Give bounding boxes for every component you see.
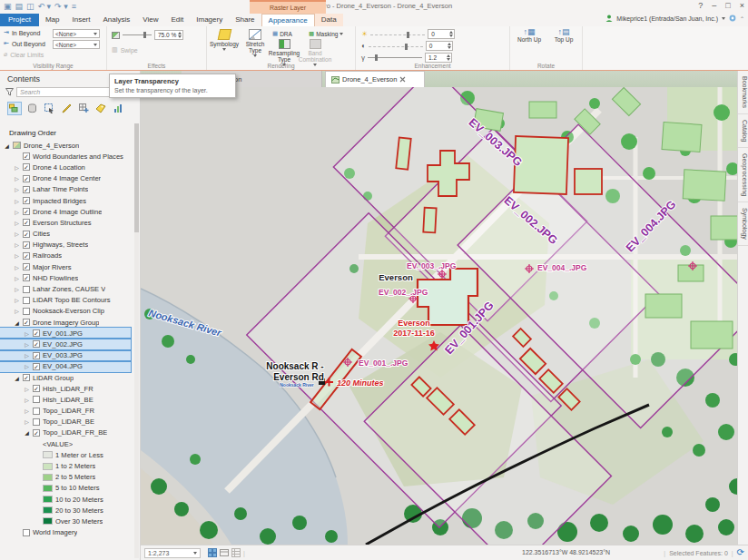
tab-data[interactable]: Data <box>315 14 343 26</box>
out-beyond-combo[interactable]: <None> <box>53 40 100 49</box>
layer-checkbox[interactable]: ✓ <box>23 219 30 226</box>
layer-checkbox[interactable]: ✓ <box>23 175 30 182</box>
north-up-button[interactable]: ↑▦ North Up <box>514 27 545 43</box>
layer-item-10-to-20-meters[interactable]: 10 to 20 Meters <box>0 494 131 505</box>
layer-item-value[interactable]: <VALUE> <box>0 438 131 449</box>
layer-item-ev-003-jpg[interactable]: ▷✓EV_003.JPG <box>0 350 131 361</box>
layer-checkbox[interactable]: ✓ <box>23 186 30 193</box>
layer-checkbox[interactable]: ✓ <box>23 241 30 249</box>
dock-tab-catalog[interactable]: Catalog <box>738 114 748 148</box>
expander-icon[interactable]: ▷ <box>24 330 30 337</box>
layer-item-drone-4-location[interactable]: ▷✓Drone 4 Location <box>0 162 131 172</box>
layer-checkbox[interactable]: ✓ <box>33 352 40 359</box>
gamma-slider[interactable] <box>368 57 422 58</box>
layer-item-drone-4-image-outline[interactable]: ▷✓Drone 4 Image Outline <box>0 206 131 217</box>
layer-item-cities[interactable]: ▷✓Cities <box>0 229 131 240</box>
close-tab-icon[interactable] <box>399 76 406 83</box>
expander-icon[interactable]: ▷ <box>14 252 20 259</box>
layer-item-world-imagery[interactable]: World Imagery <box>0 527 131 538</box>
layer-item-lidar-topo-be-contours[interactable]: ▷LiDAR Topo BE Contours <box>0 295 131 306</box>
layer-checkbox[interactable]: ✓ <box>23 374 30 381</box>
layer-checkbox[interactable]: ✓ <box>23 274 30 281</box>
tab-appearance[interactable]: Appearance <box>261 14 315 26</box>
list-by-labeling-button[interactable] <box>94 102 108 115</box>
list-by-selection-button[interactable] <box>42 102 56 115</box>
list-charts-button[interactable] <box>111 102 125 115</box>
layer-checkbox[interactable] <box>33 418 40 426</box>
expander-icon[interactable]: ▷ <box>24 418 30 425</box>
expander-icon[interactable]: ▷ <box>24 352 30 359</box>
layer-item-1-meter-or-less[interactable]: 1 Meter or Less <box>0 449 131 460</box>
layer-checkbox[interactable] <box>33 408 40 415</box>
contrast-slider[interactable] <box>369 45 423 47</box>
layer-checkbox[interactable]: ✓ <box>33 329 40 337</box>
layer-checkbox[interactable] <box>23 308 30 315</box>
layer-checkbox[interactable]: ✓ <box>23 252 30 260</box>
tab-map[interactable]: Map <box>39 14 66 26</box>
contents-scrollbar[interactable] <box>134 123 139 558</box>
expander-icon[interactable]: ▷ <box>14 308 20 314</box>
layer-item-ev-004-jpg[interactable]: ▷✓EV_004.JPG <box>0 361 131 372</box>
close-button[interactable]: × <box>740 1 744 10</box>
dock-tab-bookmarks[interactable]: Bookmarks <box>738 71 748 114</box>
maximize-button[interactable]: □ <box>725 1 730 10</box>
tab-analysis[interactable]: Analysis <box>96 14 136 26</box>
dock-tab-symbology[interactable]: Symbology <box>738 202 748 246</box>
user-area[interactable]: Mikeprice1 (Entrada/San Juan, Inc.) ⌃ <box>605 15 744 22</box>
swipe-button[interactable]: Swipe <box>121 47 138 54</box>
layer-item-5-to-10-meters[interactable]: 5 to 10 Meters <box>0 483 131 494</box>
expander-icon[interactable]: ▷ <box>14 297 20 303</box>
layer-item-nooksack-everson-clip[interactable]: ▷Nooksack-Everson Clip <box>0 306 131 317</box>
layer-checkbox[interactable]: ✓ <box>33 385 40 392</box>
stretch-type-button[interactable]: Stretch Type <box>240 27 271 57</box>
layer-item-1-to-2-meters[interactable]: 1 to 2 Meters <box>0 460 131 471</box>
minimize-button[interactable]: – <box>712 1 716 10</box>
layer-item-drone-4-image-center[interactable]: ▷✓Drone 4 Image Center <box>0 173 131 184</box>
gamma-value[interactable]: 1.2 <box>425 53 452 63</box>
expander-icon[interactable]: ▷ <box>14 220 20 226</box>
layer-item-topo-lidar-fr[interactable]: ▷Topo_LiDAR_FR <box>0 406 131 417</box>
expander-icon[interactable]: ▷ <box>24 397 30 403</box>
transparency-value[interactable]: 75.0 % <box>154 30 183 40</box>
table-view-icon[interactable] <box>231 548 241 557</box>
layer-checkbox[interactable]: ✓ <box>23 197 30 204</box>
transparency-slider[interactable] <box>123 34 152 35</box>
expander-icon[interactable]: ▷ <box>14 286 20 292</box>
tab-insert[interactable]: Insert <box>65 14 96 26</box>
collapse-ribbon-icon[interactable]: ⌃ <box>740 15 744 22</box>
list-by-editing-button[interactable] <box>59 102 74 115</box>
layer-checkbox[interactable] <box>23 297 30 304</box>
top-up-icon-button[interactable]: ↑▤ Top Up <box>548 27 579 43</box>
layer-item-drone-4-everson[interactable]: ◢Drone_4_Everson <box>0 140 131 151</box>
scale-combo[interactable]: 1:2,273 <box>144 548 201 558</box>
in-beyond-combo[interactable]: <None> <box>53 29 100 38</box>
list-by-drawing-order-button[interactable] <box>7 102 22 115</box>
tab-view[interactable]: View <box>136 14 164 26</box>
expander-icon[interactable]: ▷ <box>14 231 20 237</box>
brightness-slider[interactable] <box>370 34 425 35</box>
layer-checkbox[interactable]: ✓ <box>33 429 40 437</box>
layer-item-lidar-group[interactable]: ◢✓LiDAR Group <box>0 372 131 383</box>
layer-item-20-to-30-meters[interactable]: 20 to 30 Meters <box>0 505 131 516</box>
masking-button[interactable]: ▩ Masking <box>309 30 343 37</box>
layer-checkbox[interactable] <box>23 529 30 536</box>
dra-button[interactable]: ▦ DRA <box>272 30 292 37</box>
layer-checkbox[interactable] <box>23 286 30 293</box>
expander-icon[interactable]: ◢ <box>4 142 10 149</box>
layer-checkbox[interactable]: ✓ <box>23 231 30 238</box>
expander-icon[interactable]: ▷ <box>14 175 20 182</box>
layer-item-topo-lidar-be[interactable]: ▷Topo_LiDAR_BE <box>0 417 131 427</box>
tab-share[interactable]: Share <box>229 14 261 26</box>
view-tab-active[interactable]: Drone_4_Everson <box>325 71 425 87</box>
layer-item-2-to-5-meters[interactable]: 2 to 5 Meters <box>0 472 131 483</box>
expander-icon[interactable]: ◢ <box>24 429 30 436</box>
grid-view-icon[interactable] <box>208 548 217 557</box>
layer-item-everson-structures[interactable]: ▷✓Everson Structures <box>0 217 131 228</box>
layer-item-over-30-meters[interactable]: Over 30 Meters <box>0 516 131 526</box>
expander-icon[interactable]: ▷ <box>14 275 20 281</box>
expander-icon[interactable]: ▷ <box>24 408 30 414</box>
layer-checkbox[interactable]: ✓ <box>33 363 40 370</box>
layer-item-hlsh-lidar-be[interactable]: ▷Hlsh_LiDAR_BE <box>0 394 131 405</box>
layer-item-ev-002-jpg[interactable]: ▷✓EV_002.JPG <box>0 339 131 349</box>
layer-item-lahar-time-points[interactable]: ▷✓Lahar Time Points <box>0 184 131 195</box>
